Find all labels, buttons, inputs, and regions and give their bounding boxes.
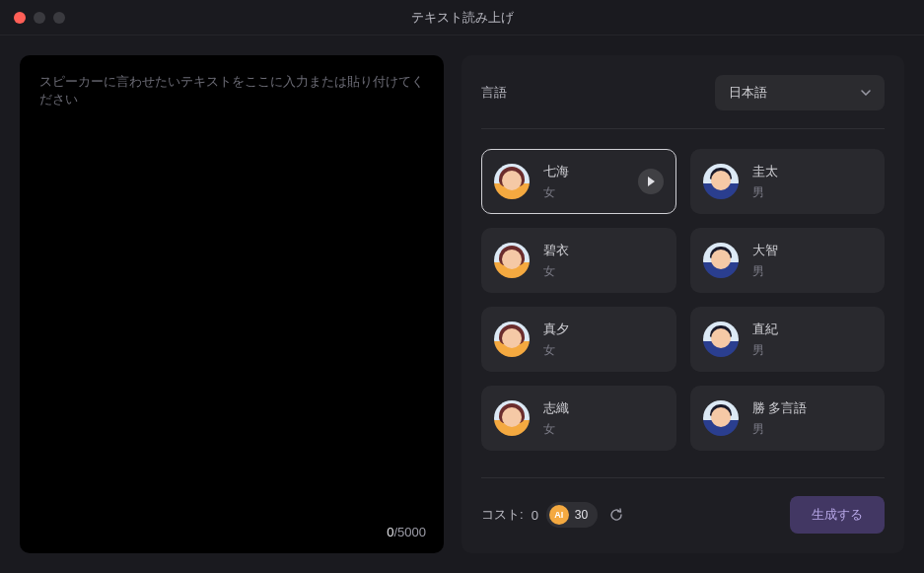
speaker-info: 志織女 <box>543 399 569 438</box>
refresh-icon[interactable] <box>605 504 627 526</box>
speaker-gender: 女 <box>543 184 569 201</box>
speaker-gender: 女 <box>543 342 569 359</box>
text-input[interactable] <box>20 55 444 553</box>
window-title: テキスト読み上げ <box>0 9 924 27</box>
settings-panel: 言語 日本語 七海女圭太男碧衣女大智男真夕女直紀男志織女勝 多言語男 コスト: … <box>462 55 904 553</box>
speaker-card[interactable]: 圭太男 <box>690 149 886 214</box>
speaker-card[interactable]: 真夕女 <box>481 307 676 372</box>
language-row: 言語 日本語 <box>481 75 885 129</box>
cost-label: コスト: <box>481 506 524 524</box>
play-icon <box>648 177 655 186</box>
speaker-gender: 男 <box>752 184 778 201</box>
credit-amount: 30 <box>575 508 588 522</box>
cost-section: コスト: 0 AI 30 <box>481 502 627 528</box>
speaker-gender: 男 <box>752 342 778 359</box>
window-controls <box>14 12 65 24</box>
speaker-gender: 男 <box>752 263 778 280</box>
speaker-gender: 女 <box>543 263 569 280</box>
speaker-name: 碧衣 <box>543 242 569 259</box>
speaker-name: 大智 <box>752 242 778 259</box>
speaker-card[interactable]: 碧衣女 <box>481 228 676 293</box>
speaker-name: 勝 多言語 <box>752 399 808 417</box>
speaker-info: 大智男 <box>752 242 778 280</box>
speaker-card[interactable]: 直紀男 <box>690 307 886 372</box>
credit-pill: AI 30 <box>546 502 598 528</box>
language-selected-value: 日本語 <box>729 84 767 102</box>
speaker-info: 七海女 <box>543 163 569 201</box>
speaker-info: 圭太男 <box>752 163 778 201</box>
avatar <box>494 164 530 199</box>
avatar <box>494 243 530 278</box>
speaker-info: 碧衣女 <box>543 242 569 280</box>
avatar <box>494 322 530 357</box>
chevron-down-icon <box>861 88 871 98</box>
generate-button[interactable]: 生成する <box>790 496 885 534</box>
speaker-name: 直紀 <box>752 321 778 338</box>
avatar <box>703 164 739 199</box>
speaker-info: 勝 多言語男 <box>752 399 808 438</box>
text-input-panel: 0/5000 <box>20 55 444 553</box>
language-label: 言語 <box>481 84 507 102</box>
language-select[interactable]: 日本語 <box>715 75 885 110</box>
char-count-max: 5000 <box>397 525 426 539</box>
cost-value: 0 <box>532 508 538 523</box>
speaker-card[interactable]: 大智男 <box>690 228 886 293</box>
avatar <box>703 400 739 436</box>
avatar <box>494 400 530 436</box>
play-button[interactable] <box>638 169 664 194</box>
speaker-info: 真夕女 <box>543 321 569 359</box>
titlebar: テキスト読み上げ <box>0 0 924 36</box>
character-count: 0/5000 <box>387 525 426 539</box>
speaker-card[interactable]: 勝 多言語男 <box>690 386 886 451</box>
credit-icon: AI <box>549 505 569 525</box>
minimize-window-button[interactable] <box>34 12 45 24</box>
footer-row: コスト: 0 AI 30 生成する <box>481 477 885 534</box>
speaker-name: 真夕 <box>543 321 569 338</box>
speakers-grid: 七海女圭太男碧衣女大智男真夕女直紀男志織女勝 多言語男 <box>481 149 885 460</box>
content-area: 0/5000 言語 日本語 七海女圭太男碧衣女大智男真夕女直紀男志織女勝 多言語… <box>0 36 924 573</box>
speaker-info: 直紀男 <box>752 321 778 359</box>
speaker-gender: 女 <box>543 421 569 438</box>
maximize-window-button[interactable] <box>53 12 65 24</box>
avatar <box>703 322 739 357</box>
speaker-name: 七海 <box>543 163 569 180</box>
speaker-card[interactable]: 七海女 <box>481 149 676 214</box>
close-window-button[interactable] <box>14 12 26 24</box>
speaker-name: 志織 <box>543 399 569 417</box>
speaker-gender: 男 <box>752 421 808 438</box>
speaker-name: 圭太 <box>752 163 778 180</box>
speaker-card[interactable]: 志織女 <box>481 386 676 451</box>
avatar <box>703 243 739 278</box>
